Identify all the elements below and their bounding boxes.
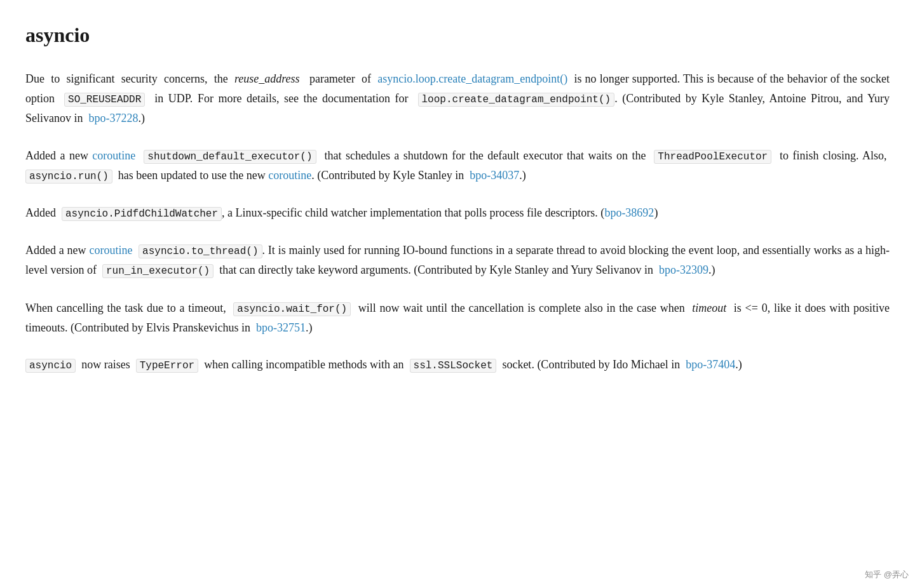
- paragraph-1: Due to significant security concerns, th…: [25, 69, 890, 128]
- asyncio-wait-for-code: asyncio.wait_for(): [233, 302, 351, 316]
- paragraph-3: Added asyncio.PidfdChildWatcher, a Linux…: [25, 203, 890, 223]
- bpo-32751-link[interactable]: bpo-32751: [256, 321, 306, 334]
- asyncio-to-thread-code: asyncio.to_thread(): [139, 244, 262, 258]
- bpo-37404-link[interactable]: bpo-37404: [686, 358, 735, 371]
- paragraph-5: When cancelling the task due to a timeou…: [25, 298, 890, 338]
- run-in-executor-code: run_in_executor(): [102, 264, 214, 278]
- so-reuseaddr-code: SO_REUSEADDR: [64, 93, 145, 107]
- asyncio-run-code: asyncio.run(): [25, 170, 112, 184]
- timeout-em: timeout: [692, 302, 726, 314]
- coroutine-link-3[interactable]: coroutine: [89, 244, 132, 257]
- bpo-38692-link[interactable]: bpo-38692: [604, 206, 654, 219]
- paragraph-6: asyncio now raises TypeError when callin…: [25, 355, 890, 375]
- coroutine-link-2[interactable]: coroutine: [268, 169, 311, 182]
- paragraph-2: Added a new coroutine shutdown_default_e…: [25, 146, 890, 185]
- asyncio-code: asyncio: [25, 359, 76, 373]
- page-title: asyncio: [25, 19, 890, 51]
- thread-pool-executor-code: ThreadPoolExecutor: [654, 150, 771, 164]
- loop-create-datagram-code: loop.create_datagram_endpoint(): [418, 93, 615, 107]
- coroutine-link-1[interactable]: coroutine: [92, 149, 135, 162]
- ssl-sslsocket-code: ssl.SSLSocket: [410, 359, 497, 373]
- create-datagram-endpoint-link[interactable]: asyncio.loop.create_datagram_endpoint(): [377, 72, 567, 85]
- reuse-address-em: reuse_address: [234, 72, 300, 85]
- pidfd-child-watcher-code: asyncio.PidfdChildWatcher: [62, 207, 222, 221]
- bpo-34037-link[interactable]: bpo-34037: [470, 169, 519, 182]
- bpo-32309-link[interactable]: bpo-32309: [659, 264, 708, 276]
- typeerror-code: TypeError: [136, 359, 198, 373]
- paragraph-4: Added a new coroutine asyncio.to_thread(…: [25, 241, 890, 280]
- shutdown-default-executor-code: shutdown_default_executor(): [144, 150, 316, 164]
- bpo-37228-link[interactable]: bpo-37228: [89, 112, 139, 124]
